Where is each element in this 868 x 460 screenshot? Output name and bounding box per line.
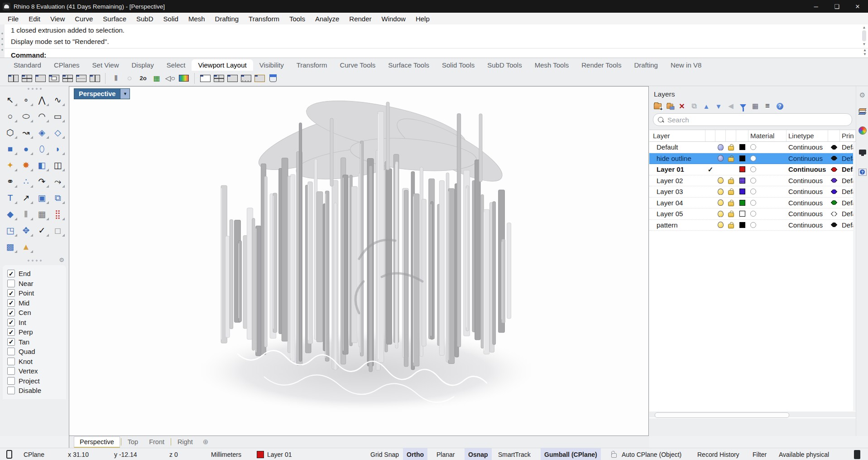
layer-row-default[interactable]: DefaultContinuousDefa (649, 142, 856, 153)
grid-snap-green-icon[interactable]: ▦ (150, 72, 163, 85)
osnap-checkbox-quad[interactable] (7, 348, 15, 355)
columns-tool[interactable]: ⫴ (19, 208, 34, 221)
scale-tool[interactable]: ▣ (35, 191, 49, 204)
close-button[interactable]: ✕ (847, 0, 868, 13)
toolbar-tab-mesh-tools[interactable]: Mesh Tools (528, 59, 575, 71)
point-tool[interactable]: ∘ (19, 93, 34, 107)
print-color-diamond-icon[interactable] (831, 223, 837, 227)
units[interactable]: Millimeters (211, 448, 241, 460)
display-device[interactable] (854, 448, 860, 460)
menu-file[interactable]: File (3, 15, 24, 23)
plugin-tool[interactable]: ✦ (3, 159, 18, 172)
menu-render[interactable]: Render (344, 15, 376, 23)
viewport-inner-icon[interactable] (47, 72, 61, 85)
filter[interactable]: Filter (753, 448, 767, 460)
layer-lock-icon[interactable] (728, 224, 734, 228)
blend-curve-tool[interactable]: ⤳ (51, 175, 65, 188)
palette-drag-handle[interactable] (0, 86, 69, 92)
layer-search-box[interactable] (653, 113, 852, 126)
viewport-vsplit-icon[interactable] (88, 72, 101, 85)
help-icon[interactable]: ? (776, 102, 784, 110)
planar-toggle[interactable]: Planar (436, 448, 455, 460)
zoom-2d-icon[interactable]: 2o (136, 72, 150, 85)
delete-layer-icon[interactable]: ✕ (678, 102, 686, 110)
coord-z[interactable]: z 0 (169, 448, 178, 460)
osnap-checkbox-project[interactable] (7, 377, 15, 385)
menu-mesh[interactable]: Mesh (183, 15, 210, 23)
viewport-folder-icon[interactable] (253, 72, 266, 85)
osnap-perp[interactable]: ✓Perp (7, 327, 66, 337)
layer-color-swatch[interactable] (739, 200, 745, 206)
grid-array-tool[interactable]: ▦ (35, 208, 49, 221)
text-tool[interactable]: T (3, 191, 18, 204)
menu-icon[interactable]: ≡ (763, 102, 772, 110)
polygon-tool[interactable]: ⬡ (3, 126, 18, 139)
layer-linetype[interactable]: Continuous (786, 155, 828, 162)
menu-help[interactable]: Help (411, 15, 435, 23)
osnap-checkbox-mid[interactable]: ✓ (7, 299, 15, 307)
grid-options-icon[interactable]: ⫴ (109, 72, 123, 85)
layer-material-icon[interactable] (750, 200, 756, 206)
osnap-checkbox-near[interactable] (7, 280, 15, 287)
freeform-curve-tool[interactable]: ↝ (19, 126, 34, 139)
menu-view[interactable]: View (45, 15, 70, 23)
toolbar-tab-set-view[interactable]: Set View (86, 59, 125, 71)
layer-color-swatch[interactable] (739, 155, 745, 161)
memory[interactable]: Available physical (779, 448, 829, 460)
control-point-curve-tool[interactable]: ⋀ (35, 93, 49, 107)
layer-row-hide-outline[interactable]: hide outlineContinuousDefa (649, 153, 856, 165)
viewport-split-icon[interactable] (6, 72, 20, 85)
layer-row-layer-04[interactable]: Layer 04ContinuousDefa (649, 198, 856, 209)
toolbar-tab-transform[interactable]: Transform (290, 59, 334, 71)
toolbar-tab-standard[interactable]: Standard (7, 59, 48, 71)
point-cloud-tool[interactable]: ∴ (19, 175, 34, 188)
layer-color-swatch[interactable] (739, 166, 745, 172)
layer-color-swatch[interactable] (739, 211, 745, 217)
layer-color-swatch[interactable] (739, 178, 745, 184)
help-panel-tab-icon[interactable]: ? (858, 168, 867, 176)
layer-color-swatch[interactable] (739, 144, 745, 150)
osnap-checkbox-end[interactable]: ✓ (7, 270, 15, 277)
render-material-icon[interactable] (266, 72, 280, 85)
coord-y[interactable]: y -12.14 (114, 448, 137, 460)
osnap-knot[interactable]: Knot (7, 357, 66, 367)
osnap-checkbox-vertex[interactable] (7, 367, 15, 375)
osnap-checkbox-knot[interactable] (7, 358, 15, 365)
layer-row-pattern[interactable]: patternContinuousDefa (649, 220, 856, 231)
print-color-diamond-icon[interactable] (831, 212, 837, 216)
box-tool[interactable]: ■ (3, 142, 18, 155)
record-history[interactable]: Record History (697, 448, 739, 460)
toolbar-tab-solid-tools[interactable]: Solid Tools (436, 59, 481, 71)
osnap-cen[interactable]: ✓Cen (7, 308, 66, 318)
columns-icon[interactable]: ▦ (751, 102, 759, 110)
viewport-title-dropdown[interactable]: ▼ (120, 88, 130, 99)
toolbar-tab-new-in-v8[interactable]: New in V8 (664, 59, 708, 71)
trim-tool[interactable]: ◧ (35, 159, 49, 172)
explode-tool[interactable]: ✸ (19, 159, 34, 172)
move-tool[interactable]: ↗ (19, 191, 34, 204)
new-viewport-icon[interactable] (198, 72, 212, 85)
layer-search-input[interactable] (667, 116, 847, 124)
osnap-vertex[interactable]: Vertex (7, 366, 66, 376)
osnap-toggle[interactable]: Osnap (465, 448, 492, 460)
menu-solid[interactable]: Solid (158, 15, 183, 23)
move-up-icon[interactable]: ▲ (702, 102, 710, 110)
layer-material-icon[interactable] (750, 144, 756, 150)
layer-visibility-bulb-icon[interactable] (718, 177, 724, 184)
new-layer-icon[interactable]: + (653, 102, 662, 110)
gumball-toggle[interactable]: Gumball (CPlane) (541, 448, 601, 460)
menu-drafting[interactable]: Drafting (210, 15, 244, 23)
duplicate-layer-icon[interactable]: ⧉ (690, 102, 698, 110)
osnap-checkbox-perp[interactable]: ✓ (7, 328, 15, 336)
viewport-indicator[interactable] (6, 448, 12, 460)
surface-corner-tool[interactable]: ◇ (51, 126, 65, 139)
layer-linetype[interactable]: Continuous (786, 210, 828, 218)
toolbar-tab-display[interactable]: Display (125, 59, 160, 71)
sphere-tool[interactable]: ● (19, 142, 34, 155)
viewport-tab-top[interactable]: Top (122, 437, 144, 447)
viewport-title[interactable]: Perspective (74, 88, 120, 99)
viewport-tab-perspective[interactable]: Perspective (74, 436, 120, 448)
layer-visibility-bulb-icon[interactable] (718, 189, 724, 195)
viewport-4split-icon[interactable] (20, 72, 34, 85)
layer-color-swatch[interactable] (739, 222, 745, 228)
